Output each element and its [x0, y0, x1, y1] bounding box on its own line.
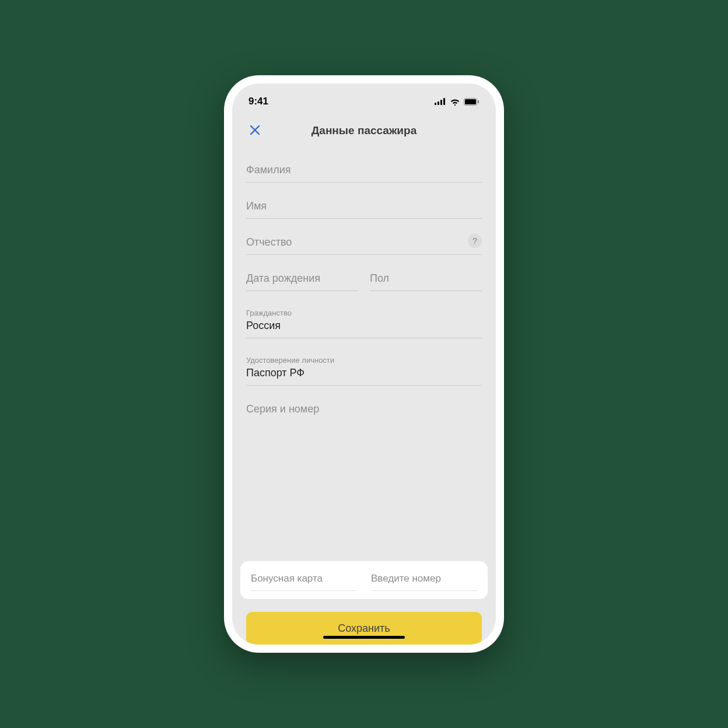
- cellular-signal-icon: [435, 98, 446, 105]
- identity-document-field[interactable]: Удостоверение личности Паспорт РФ: [246, 345, 482, 386]
- bonus-number-field[interactable]: Введите номер: [371, 569, 477, 591]
- surname-placeholder: Фамилия: [246, 164, 290, 176]
- home-indicator: [323, 636, 405, 639]
- battery-icon: [464, 98, 480, 106]
- phone-screen: 9:41 Данные пассажира: [232, 83, 496, 645]
- series-number-placeholder: Серия и номер: [246, 403, 319, 415]
- status-time: 9:41: [249, 96, 268, 107]
- birthdate-gender-row: Дата рождения Пол: [246, 262, 482, 298]
- bonus-card-field[interactable]: Бонусная карта: [251, 569, 357, 591]
- svg-rect-3: [443, 98, 445, 105]
- bonus-card-placeholder: Бонусная карта: [251, 573, 323, 584]
- series-number-field[interactable]: Серия и номер: [246, 393, 482, 421]
- nav-header: Данные пассажира: [232, 115, 496, 146]
- status-bar: 9:41: [232, 88, 496, 115]
- birthdate-field[interactable]: Дата рождения: [246, 262, 358, 291]
- identity-document-label: Удостоверение личности: [246, 356, 482, 365]
- svg-rect-0: [435, 103, 436, 105]
- phone-frame: 9:41 Данные пассажира: [224, 75, 504, 653]
- help-icon[interactable]: ?: [468, 234, 482, 248]
- svg-rect-5: [465, 99, 476, 104]
- save-button[interactable]: Сохранить: [246, 612, 482, 645]
- gender-field[interactable]: Пол: [370, 262, 482, 291]
- svg-rect-6: [478, 100, 479, 103]
- name-field[interactable]: Имя: [246, 190, 482, 219]
- close-icon: [250, 123, 260, 138]
- citizenship-field[interactable]: Гражданство Россия: [246, 298, 482, 338]
- passenger-form: Фамилия Имя Отчество ? Дата рождения Пол…: [232, 146, 496, 556]
- close-button[interactable]: [246, 121, 264, 140]
- patronymic-placeholder: Отчество: [246, 236, 292, 248]
- citizenship-value: Россия: [246, 320, 281, 331]
- svg-rect-2: [440, 100, 442, 105]
- birthdate-placeholder: Дата рождения: [246, 272, 320, 284]
- svg-rect-1: [438, 102, 439, 105]
- bonus-number-placeholder: Введите номер: [371, 573, 441, 584]
- name-placeholder: Имя: [246, 200, 267, 212]
- surname-field[interactable]: Фамилия: [246, 153, 482, 183]
- status-icons: [435, 98, 480, 106]
- patronymic-field[interactable]: Отчество ?: [246, 226, 482, 255]
- gender-placeholder: Пол: [370, 272, 389, 284]
- wifi-icon: [450, 98, 460, 106]
- bonus-card-panel: Бонусная карта Введите номер: [240, 561, 488, 599]
- citizenship-label: Гражданство: [246, 309, 482, 317]
- identity-document-value: Паспорт РФ: [246, 367, 304, 379]
- page-title: Данные пассажира: [232, 124, 496, 137]
